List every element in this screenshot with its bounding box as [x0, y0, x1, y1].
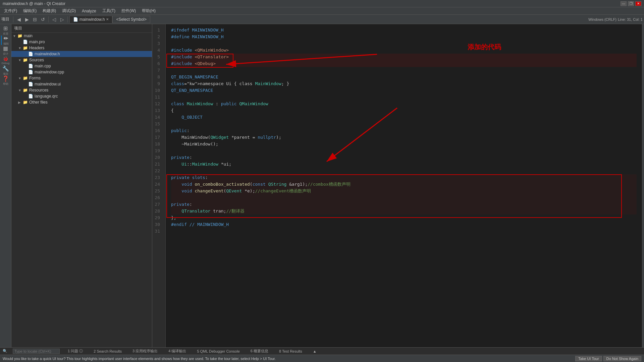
line-num-5: 5	[152, 54, 163, 60]
tree-item-Forms[interactable]: ▼ 📁 Forms	[11, 75, 152, 81]
sidebar-header: 项目	[11, 24, 152, 33]
right-resize-handle[interactable]	[642, 24, 644, 347]
tree-item-Resources[interactable]: ▼ 📁 Resources	[11, 87, 152, 93]
iconbar-welcome[interactable]: ⊞ 欢迎	[1, 25, 10, 35]
tree-item-mainwindow.h[interactable]: 📄 mainwindow.h	[11, 51, 152, 57]
menu-controls[interactable]: 控件(W)	[119, 7, 139, 14]
line-num-17: 17	[152, 134, 163, 141]
tab-search[interactable]: 2 Search Results	[91, 349, 124, 353]
take-tour-button[interactable]: Take UI Tour	[575, 356, 602, 361]
file-tab-select-symbol[interactable]: <Select Symbol>	[112, 16, 150, 23]
code-area: 1234567891011121314151617181920212223242…	[152, 24, 642, 347]
line-num-30: 30	[152, 221, 163, 228]
code-line-4: #include <QMainWindow>	[171, 47, 637, 54]
toolbar-back-btn[interactable]: ◀	[15, 16, 22, 23]
line-num-24: 24	[152, 181, 163, 188]
code-line-2: #define MAINWINDOW_H	[171, 34, 637, 40]
toolbar-separator-2	[48, 16, 49, 22]
line-num-19: 19	[152, 147, 163, 154]
tree-item-Sources[interactable]: ▼ 📁 Sources	[11, 57, 152, 63]
tour-bar: Would you like to take a quick UI tour? …	[0, 355, 644, 362]
sidebar: 项目 ▼ 📁 main 📄 main.pro ▼ 📁 Headers 📄 mai…	[11, 24, 152, 347]
file-tab-bar: 📄 mainwindow.h ✕ <Select Symbol>	[69, 16, 588, 23]
menu-edit[interactable]: 编辑(E)	[20, 7, 39, 14]
tree-item-main.cpp[interactable]: 📄 main.cpp	[11, 63, 152, 69]
tree-item-main.pro[interactable]: 📄 main.pro	[11, 39, 152, 45]
dismiss-tour-button[interactable]: Do Not Show Again	[603, 356, 641, 361]
menu-build[interactable]: 构建(B)	[40, 7, 59, 14]
line-num-27: 27	[152, 201, 163, 208]
code-line-3	[171, 40, 637, 47]
tree-item-main[interactable]: ▼ 📁 main	[11, 33, 152, 39]
tree-item-mainwindow.cpp[interactable]: 📄 mainwindow.cpp	[11, 69, 152, 75]
line-num-12: 12	[152, 101, 163, 107]
code-line-6: #include <QDebug>	[171, 60, 637, 67]
code-line-1: #ifndef MAINWINDOW_H	[171, 27, 637, 34]
tab-test-results[interactable]: 8 Test Results	[276, 349, 305, 353]
menu-help[interactable]: 帮助(H)	[139, 7, 158, 14]
menu-tools[interactable]: 工具(T)	[100, 7, 118, 14]
editor[interactable]: 1234567891011121314151617181920212223242…	[152, 24, 642, 347]
bottombar: 🔍 1 问题 ⓘ 2 Search Results 3 应用程序输出 4 编译输…	[0, 347, 644, 355]
maximize-button[interactable]: ❐	[628, 1, 634, 6]
line-num-15: 15	[152, 121, 163, 127]
code-line-21: Ui::MainWindow *ui;	[171, 161, 637, 168]
code-line-20: private:	[171, 154, 637, 161]
toolbar-sync-btn[interactable]: ↺	[39, 16, 47, 23]
menu-analyze[interactable]: Analyze	[79, 8, 99, 14]
code-line-23: private slots:	[171, 174, 637, 181]
code-line-15	[171, 121, 637, 127]
code-line-7	[171, 67, 637, 74]
titlebar: mainwindow.h @ main - Qt Creator — ❐ ✕	[0, 0, 644, 7]
iconbar-edit[interactable]: ✏ 编辑	[1, 36, 10, 45]
tab-compile-output[interactable]: 4 编译输出	[166, 349, 189, 354]
tour-bar-text: Would you like to take a quick UI tour? …	[3, 357, 575, 361]
line-num-11: 11	[152, 94, 163, 101]
menu-file[interactable]: 文件(F)	[1, 7, 20, 14]
code-line-8: QT_BEGIN_NAMESPACE	[171, 74, 637, 80]
toolbar-filter-btn[interactable]: ⊟	[31, 16, 39, 23]
iconbar-help[interactable]: ❓ 帮助	[1, 76, 10, 85]
line-num-22: 22	[152, 168, 163, 174]
toolbar-next-btn[interactable]: ▷	[58, 16, 66, 23]
tree-item-Headers[interactable]: ▼ 📁 Headers	[11, 45, 152, 51]
toolbar-forward-btn[interactable]: ▶	[23, 16, 31, 23]
code-line-22	[171, 168, 637, 174]
code-line-28: QTranslator tran;//翻译器	[171, 208, 637, 215]
tree-item-language.qrc[interactable]: 📄 language.qrc	[11, 93, 152, 99]
tab-qml-debugger[interactable]: 5 QML Debugger Console	[194, 349, 242, 353]
tab-problems[interactable]: 1 问题 ⓘ	[65, 349, 86, 354]
line-num-9: 9	[152, 80, 163, 87]
code-content[interactable]: #ifndef MAINWINDOW_H#define MAINWINDOW_H…	[166, 24, 642, 347]
tab-overview[interactable]: 6 概要信息	[248, 349, 271, 354]
code-line-14: Q_OBJECT	[171, 114, 637, 121]
close-button[interactable]: ✕	[635, 1, 641, 6]
line-col-info: Line: 31, Col: 1	[618, 17, 643, 21]
tree-item-Other_files[interactable]: ▶ 📁 Other files	[11, 99, 152, 105]
file-tab-mainwindow-h[interactable]: 📄 mainwindow.h ✕	[69, 16, 112, 23]
toolbar-right: Windows (CRLF) Line: 31, Col: 1	[588, 17, 643, 21]
toolbar-separator-1	[13, 16, 13, 22]
iconbar: ⊞ 欢迎 ✏ 编辑 ▦ 设计 🐞 Debug 🔧 项目 ❓ 帮助	[0, 24, 11, 347]
code-line-19	[171, 147, 637, 154]
menu-debug[interactable]: 调试(D)	[59, 7, 78, 14]
tab-expand[interactable]: ▲	[310, 349, 319, 353]
line-num-25: 25	[152, 188, 163, 194]
tab-app-output[interactable]: 3 应用程序输出	[130, 349, 160, 354]
locate-input[interactable]	[13, 349, 60, 354]
code-line-18: ~MainWindow();	[171, 141, 637, 147]
line-num-10: 10	[152, 87, 163, 94]
minimize-button[interactable]: —	[621, 1, 627, 6]
file-tab-close[interactable]: ✕	[106, 17, 109, 21]
line-num-8: 8	[152, 74, 163, 80]
iconbar-design[interactable]: ▦ 设计	[1, 46, 10, 55]
toolbar-prev-btn[interactable]: ◁	[50, 16, 58, 23]
iconbar-debug[interactable]: 🐞 Debug	[1, 56, 10, 65]
tree-item-mainwindow.ui[interactable]: 📄 mainwindow.ui	[11, 81, 152, 87]
iconbar-projects[interactable]: 🔧 项目	[1, 66, 10, 75]
code-line-13: {	[171, 107, 637, 114]
line-num-26: 26	[152, 194, 163, 201]
line-num-6: 6	[152, 60, 163, 67]
line-num-7: 7	[152, 67, 163, 74]
line-num-13: 13	[152, 107, 163, 114]
